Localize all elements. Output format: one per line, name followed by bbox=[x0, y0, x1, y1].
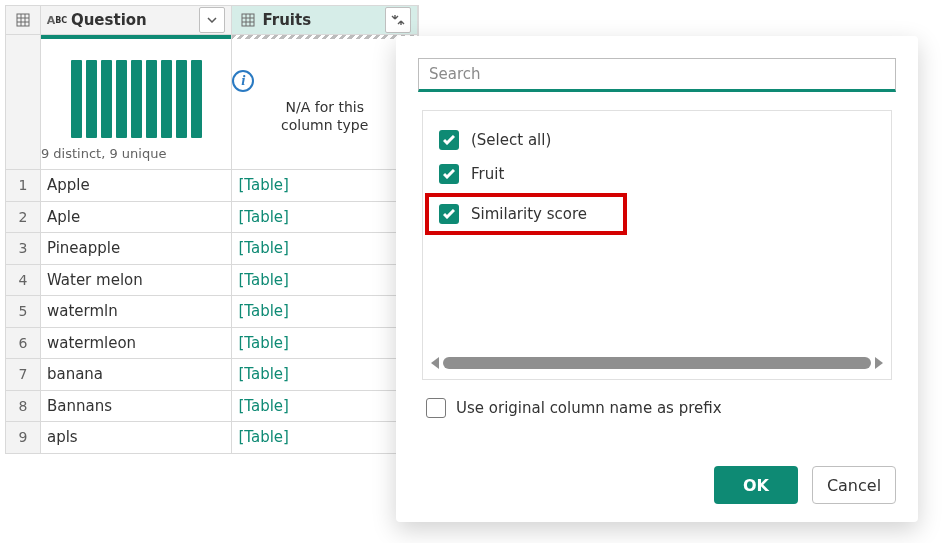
cell-question[interactable]: watermln bbox=[41, 296, 233, 328]
data-grid: ABC Question Fruits bbox=[5, 5, 419, 454]
option-fruit[interactable]: Fruit bbox=[439, 157, 875, 191]
cell-fruits[interactable]: [Table] bbox=[232, 202, 418, 234]
cell-fruits[interactable]: [Table] bbox=[232, 328, 418, 360]
cell-fruits[interactable]: [Table] bbox=[232, 265, 418, 297]
expand-button-fruits[interactable] bbox=[385, 7, 411, 33]
checkbox-checked-icon bbox=[439, 204, 459, 224]
scroll-track bbox=[443, 357, 871, 369]
cell-question[interactable]: Aple bbox=[41, 202, 233, 234]
distribution-bars bbox=[41, 39, 232, 142]
expand-icon bbox=[391, 14, 405, 26]
search-input[interactable] bbox=[418, 58, 896, 92]
ok-button[interactable]: OK bbox=[714, 466, 798, 504]
cell-fruits[interactable]: [Table] bbox=[232, 233, 418, 265]
scroll-right-icon bbox=[875, 357, 883, 369]
highlight-box: Similarity score bbox=[425, 193, 627, 235]
filter-button-question[interactable] bbox=[199, 7, 225, 33]
column-profile-question: 9 distinct, 9 unique bbox=[41, 35, 233, 170]
use-prefix-label: Use original column name as prefix bbox=[456, 399, 722, 417]
column-profile-fruits: i N/A for this column type bbox=[232, 35, 418, 170]
table-icon bbox=[16, 13, 30, 27]
cell-question[interactable]: apls bbox=[41, 422, 233, 454]
column-options-list: (Select all) Fruit Similarity score bbox=[422, 110, 892, 380]
checkbox-unchecked-icon bbox=[426, 398, 446, 418]
cancel-button[interactable]: Cancel bbox=[812, 466, 896, 504]
svg-rect-0 bbox=[17, 14, 29, 26]
expand-panel: (Select all) Fruit Similarity score Use … bbox=[396, 36, 918, 522]
row-number[interactable]: 8 bbox=[5, 391, 41, 423]
checkbox-checked-icon bbox=[439, 164, 459, 184]
quality-bar-na bbox=[232, 35, 417, 39]
row-number[interactable]: 7 bbox=[5, 359, 41, 391]
row-number[interactable]: 4 bbox=[5, 265, 41, 297]
option-label: Similarity score bbox=[471, 205, 587, 223]
profile-gutter bbox=[5, 35, 41, 170]
cell-fruits[interactable]: [Table] bbox=[232, 170, 418, 202]
column-label: Fruits bbox=[262, 11, 311, 29]
distinct-stat: 9 distinct, 9 unique bbox=[41, 142, 232, 169]
row-number[interactable]: 6 bbox=[5, 328, 41, 360]
column-label: Question bbox=[71, 11, 147, 29]
select-all-rows[interactable] bbox=[5, 5, 41, 35]
scroll-left-icon bbox=[431, 357, 439, 369]
cell-question[interactable]: Bannans bbox=[41, 391, 233, 423]
row-number[interactable]: 9 bbox=[5, 422, 41, 454]
cell-fruits[interactable]: [Table] bbox=[232, 422, 418, 454]
checkbox-checked-icon bbox=[439, 130, 459, 150]
text-type-icon: ABC bbox=[47, 10, 67, 30]
cell-fruits[interactable]: [Table] bbox=[232, 391, 418, 423]
cell-fruits[interactable]: [Table] bbox=[232, 296, 418, 328]
row-number[interactable]: 5 bbox=[5, 296, 41, 328]
na-text: N/A for this column type bbox=[232, 98, 417, 134]
column-header-fruits[interactable]: Fruits bbox=[232, 5, 418, 35]
horizontal-scrollbar[interactable] bbox=[431, 355, 883, 371]
option-select-all[interactable]: (Select all) bbox=[439, 123, 875, 157]
option-label: (Select all) bbox=[471, 131, 551, 149]
cell-question[interactable]: Pineapple bbox=[41, 233, 233, 265]
column-header-question[interactable]: ABC Question bbox=[41, 5, 233, 35]
option-label: Fruit bbox=[471, 165, 504, 183]
row-number[interactable]: 2 bbox=[5, 202, 41, 234]
row-number[interactable]: 1 bbox=[5, 170, 41, 202]
svg-rect-5 bbox=[242, 14, 254, 26]
cell-question[interactable]: watermleon bbox=[41, 328, 233, 360]
cell-fruits[interactable]: [Table] bbox=[232, 359, 418, 391]
cell-question[interactable]: Apple bbox=[41, 170, 233, 202]
table-type-icon bbox=[238, 10, 258, 30]
cell-question[interactable]: banana bbox=[41, 359, 233, 391]
cell-question[interactable]: Water melon bbox=[41, 265, 233, 297]
info-icon: i bbox=[232, 70, 254, 92]
row-number[interactable]: 3 bbox=[5, 233, 41, 265]
chevron-down-icon bbox=[207, 17, 217, 23]
use-prefix-checkbox[interactable]: Use original column name as prefix bbox=[426, 398, 888, 418]
option-similarity-score[interactable]: Similarity score bbox=[439, 199, 613, 229]
